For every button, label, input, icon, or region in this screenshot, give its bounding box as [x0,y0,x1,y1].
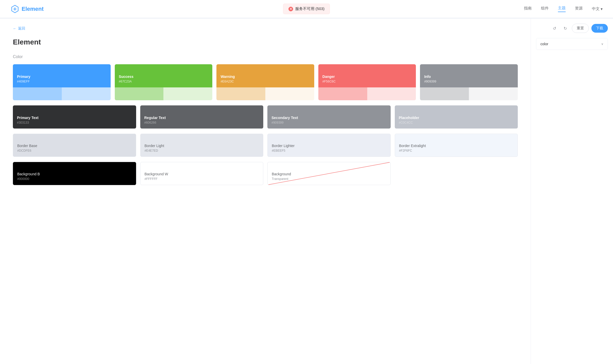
bg-transparent-hex: Transparent [272,177,386,181]
info-hex: #909399 [424,80,514,83]
primary-tint-1 [13,87,62,100]
main-layout: ← 返回 Element Color Primary #409EFF [0,19,613,364]
info-tints [420,87,518,100]
success-swatch: Success #67C23A [115,64,213,87]
info-name: Info [424,75,514,79]
error-icon: ✕ [288,7,293,11]
success-name: Success [119,75,208,79]
sidebar-color-section: color ∨ [536,38,608,50]
redo-icon: ↻ [564,26,567,31]
nav: 指南 组件 主题 资源 中文 ▾ [524,6,603,12]
nav-item-guide[interactable]: 指南 [524,6,532,12]
warning-swatch: Warning #E6A23C [216,64,314,87]
color-card-info[interactable]: Info #909399 [420,64,518,100]
success-tints [115,87,213,100]
success-hex: #67C23A [119,80,208,83]
sidebar-section-header[interactable]: color ∨ [536,38,608,50]
content-area: ← 返回 Element Color Primary #409EFF [0,19,531,364]
nav-item-resource[interactable]: 资源 [575,6,583,12]
bg-transparent-name: Background [272,172,386,176]
primary-tints [13,87,111,100]
text-placeholder-hex: #C0C4CC [399,121,514,124]
back-label: 返回 [18,26,25,31]
bg-white-hex: #FFFFFF [145,177,259,181]
danger-hex: #F56C6C [322,80,412,83]
page-title: Element [13,38,518,46]
reset-button[interactable]: 重置 [572,24,589,33]
color-card-primary[interactable]: Primary #409EFF [13,64,111,100]
warning-tints [216,87,314,100]
back-link[interactable]: ← 返回 [13,26,518,31]
color-card-danger[interactable]: Danger #F56C6C [318,64,416,100]
undo-icon: ↺ [553,26,556,31]
border-light-name: Border Light [145,144,259,148]
text-secondary-hex: #909399 [272,121,387,124]
sidebar-chevron-icon: ∨ [601,42,603,46]
danger-name: Danger [322,75,412,79]
primary-name: Primary [17,75,107,79]
bg-black[interactable]: Background B #000000 [13,162,136,185]
text-secondary-name: Secondary Text [272,116,387,120]
border-colors-grid: Border Base #DCDFE6 Border Light #E4E7ED… [13,134,518,157]
primary-swatch: Primary #409EFF [13,64,111,87]
warning-name: Warning [221,75,310,79]
border-extralight-hex: #F2F6FC [399,149,514,152]
bg-black-hex: #000000 [17,177,132,181]
danger-tints [318,87,416,100]
danger-tint-1 [318,87,367,100]
nav-item-component[interactable]: 组件 [541,6,549,12]
info-tint-2 [469,87,518,100]
color-grid: Primary #409EFF Success #67C23A [13,64,518,100]
bg-white[interactable]: Background W #FFFFFF [140,162,264,185]
undo-button[interactable]: ↺ [550,24,558,32]
warning-hex: #E6A23C [221,80,310,83]
bg-black-name: Background B [17,172,132,176]
redo-button[interactable]: ↻ [561,24,569,32]
info-tint-1 [420,87,469,100]
lang-chevron: ▾ [601,7,603,11]
danger-swatch: Danger #F56C6C [318,64,416,87]
warning-tint-1 [216,87,265,100]
text-regular-hex: #606266 [144,121,259,124]
text-primary-hex: #303133 [17,121,132,124]
border-lighter[interactable]: Border Lighter #EBEEF5 [267,134,391,157]
text-colors-grid: Primary Text #303133 Regular Text #60626… [13,105,518,129]
logo-text: Element [22,6,44,12]
sidebar-section-label: color [540,42,548,46]
text-color-placeholder[interactable]: Placeholder #C0C4CC [395,105,518,129]
success-tint-2 [163,87,212,100]
sidebar-toolbar: ↺ ↻ 重置 下载 [536,24,608,33]
border-light[interactable]: Border Light #E4E7ED [140,134,264,157]
nav-lang[interactable]: 中文 ▾ [592,6,603,11]
border-extralight[interactable]: Border Extralight #F2F6FC [395,134,518,157]
border-lighter-name: Border Lighter [272,144,386,148]
sidebar: ↺ ↻ 重置 下载 color ∨ [531,19,613,364]
lang-label: 中文 [592,6,600,11]
text-color-regular[interactable]: Regular Text #606266 [140,105,264,129]
success-tint-1 [115,87,164,100]
border-base[interactable]: Border Base #DCDFE6 [13,134,136,157]
primary-tint-2 [62,87,111,100]
color-card-warning[interactable]: Warning #E6A23C [216,64,314,100]
text-placeholder-name: Placeholder [399,116,514,120]
logo: Element [10,4,44,14]
error-banner: ✕ 服务不可用 (503) [283,4,330,14]
text-color-primary[interactable]: Primary Text #303133 [13,105,136,129]
primary-hex: #409EFF [17,80,107,83]
nav-item-theme[interactable]: 主题 [558,6,566,12]
color-card-success[interactable]: Success #67C23A [115,64,213,100]
border-light-hex: #E4E7ED [145,149,259,152]
border-base-name: Border Base [17,144,132,148]
back-arrow: ← [13,26,16,31]
bg-colors-grid: Background B #000000 Background W #FFFFF… [13,162,518,185]
border-base-hex: #DCDFE6 [17,149,132,152]
border-lighter-hex: #EBEEF5 [272,149,386,152]
text-color-secondary[interactable]: Secondary Text #909399 [267,105,391,129]
warning-tint-2 [265,87,314,100]
bg-white-name: Background W [145,172,259,176]
info-swatch: Info #909399 [420,64,518,87]
header: Element ✕ 服务不可用 (503) 指南 组件 主题 资源 中文 ▾ [0,0,613,18]
bg-transparent[interactable]: Background Transparent [267,162,391,185]
logo-icon [10,4,20,14]
download-button[interactable]: 下载 [591,24,608,33]
